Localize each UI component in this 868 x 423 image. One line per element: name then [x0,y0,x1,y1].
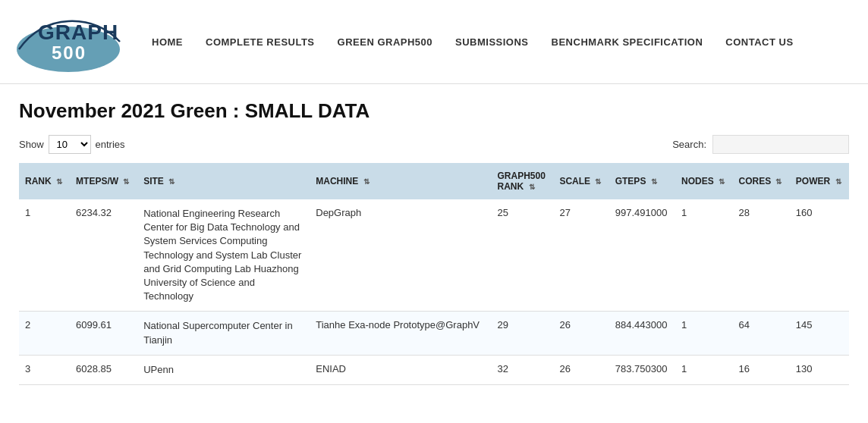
results-table: RANK ⇅MTEPS/W ⇅SITE ⇅MACHINE ⇅GRAPH500RA… [19,163,849,385]
table-body: 16234.32National Engineering Research Ce… [19,199,849,384]
cell-cores: 28 [732,199,789,312]
cell-scale: 27 [553,199,609,312]
col-header-scale[interactable]: SCALE ⇅ [553,163,609,199]
cell-nodes: 1 [675,312,732,355]
search-label: Search: [672,139,706,150]
nav-item-home[interactable]: HOME [152,36,183,48]
cell-machine: DepGraph [310,199,491,312]
sort-arrows: ⇅ [529,183,535,191]
cell-graph500_rank: 25 [492,199,554,312]
sort-arrows: ⇅ [363,177,370,186]
sort-arrows: ⇅ [123,177,129,186]
table-row: 26099.61National Supercomputer Center in… [19,312,849,355]
page-title: November 2021 Green : SMALL DATA [19,99,849,123]
col-header-mteps_w[interactable]: MTEPS/W ⇅ [70,163,137,199]
table-header: RANK ⇅MTEPS/W ⇅SITE ⇅MACHINE ⇅GRAPH500RA… [19,163,849,199]
header-row: RANK ⇅MTEPS/W ⇅SITE ⇅MACHINE ⇅GRAPH500RA… [19,163,849,199]
cell-mteps_w: 6099.61 [70,312,137,355]
cell-cores: 64 [732,312,789,355]
nav-item-benchmark-spec[interactable]: BENCHMARK SPECIFICATION [552,36,703,48]
cell-mteps_w: 6028.85 [70,355,137,384]
col-header-nodes[interactable]: NODES ⇅ [675,163,732,199]
cell-machine: Tianhe Exa-node Prototype@GraphV [310,312,491,355]
show-entries-control: Show 10 25 50 100 entries [19,135,125,154]
cell-gteps: 783.750300 [609,355,675,384]
cell-power: 145 [790,312,849,355]
sort-arrows: ⇅ [775,177,782,186]
col-header-site[interactable]: SITE ⇅ [137,163,310,199]
cell-rank: 1 [19,199,70,312]
entries-label: entries [96,139,125,150]
cell-power: 160 [790,199,849,312]
table-row: 36028.85UPennENIAD3226783.750300116130 [19,355,849,384]
table-controls: Show 10 25 50 100 entries Search: [19,135,849,154]
cell-power: 130 [790,355,849,384]
table-row: 16234.32National Engineering Research Ce… [19,199,849,312]
sort-arrows: ⇅ [651,177,657,186]
col-header-power[interactable]: POWER ⇅ [790,163,849,199]
show-label: Show [19,139,44,150]
cell-gteps: 997.491000 [609,199,675,312]
col-header-cores[interactable]: CORES ⇅ [732,163,789,199]
cell-graph500_rank: 29 [492,312,554,355]
logo-area: GRAPH 500 [15,8,121,76]
content: November 2021 Green : SMALL DATA Show 10… [0,84,868,400]
search-input[interactable] [712,135,849,154]
cell-rank: 2 [19,312,70,355]
cell-mteps_w: 6234.32 [70,199,137,312]
sort-arrows: ⇅ [56,177,62,186]
nav-item-complete-results[interactable]: COMPLETE RESULTS [206,36,315,48]
search-area: Search: [672,135,849,154]
col-header-machine[interactable]: MACHINE ⇅ [310,163,491,199]
cell-gteps: 884.443000 [609,312,675,355]
col-header-graph500_rank[interactable]: GRAPH500RANK ⇅ [492,163,554,199]
col-header-rank[interactable]: RANK ⇅ [19,163,70,199]
cell-site: National Engineering Research Center for… [137,199,310,312]
sort-arrows: ⇅ [595,177,601,186]
svg-text:500: 500 [52,42,86,63]
sort-arrows: ⇅ [835,177,841,186]
entries-select[interactable]: 10 25 50 100 [49,135,91,154]
header: GRAPH 500 HOMECOMPLETE RESULTSGREEN GRAP… [0,0,868,84]
cell-site: UPenn [137,355,310,384]
nav-item-green-graph500[interactable]: GREEN GRAPH500 [338,36,432,48]
nav-item-contact-us[interactable]: CONTACT US [725,36,793,48]
cell-machine: ENIAD [310,355,491,384]
nav-item-submissions[interactable]: SUBMISSIONS [455,36,529,48]
cell-cores: 16 [732,355,789,384]
sort-arrows: ⇅ [719,177,725,186]
cell-scale: 26 [553,355,609,384]
cell-nodes: 1 [675,355,732,384]
sort-arrows: ⇅ [168,177,175,186]
cell-graph500_rank: 32 [492,355,554,384]
graph500-logo: GRAPH 500 [15,8,121,76]
main-nav: HOMECOMPLETE RESULTSGREEN GRAPH500SUBMIS… [152,36,853,48]
cell-site: National Supercomputer Center in Tianjin [137,312,310,355]
cell-scale: 26 [553,312,609,355]
cell-nodes: 1 [675,199,732,312]
col-header-gteps[interactable]: GTEPS ⇅ [609,163,675,199]
cell-rank: 3 [19,355,70,384]
